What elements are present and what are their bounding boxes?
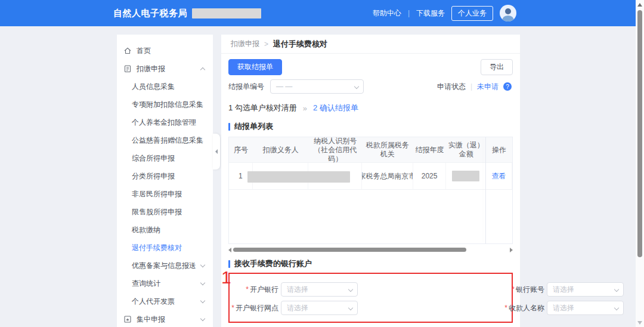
top-nav: 帮助中心 | 下载服务 个人业务 — [373, 0, 516, 26]
breadcrumb: 扣缴申报 > 退付手续费核对 — [221, 35, 520, 54]
bank-name-select[interactable]: 请选择 — [281, 282, 358, 297]
step-separator: » — [303, 104, 307, 113]
sidebar-collapse-handle[interactable] — [213, 134, 220, 169]
chevron-down-icon — [614, 287, 619, 292]
chevron-down-icon — [348, 306, 353, 310]
sidebar-item-nonresident-income[interactable]: 非居民所得申报 — [117, 185, 213, 203]
step-1: 1 勾选单户核对清册 — [228, 103, 297, 113]
nav-divider: | — [408, 9, 410, 17]
redacted-amount — [452, 171, 479, 181]
chevron-down-icon — [354, 84, 359, 89]
chevron-down-icon — [200, 298, 205, 303]
sidebar-item-invoice-issuing[interactable]: 个人代开发票 — [117, 292, 213, 310]
home-icon — [123, 47, 132, 55]
apply-status-label: 申请状态 — [437, 82, 466, 92]
screen: 自然人电子税务局 帮助中心 | 下载服务 个人业务 首页 — [0, 0, 644, 327]
toolbar: 获取结报单 导出 — [228, 59, 513, 75]
statement-no-label: 结报单编号 — [228, 82, 264, 92]
annotation-box-1: 1 *开户银行 请选择 *银行账号 请选择 *开户银行网点 请选择 *收款人名称 — [228, 273, 513, 323]
brand: 自然人电子税务局 — [113, 0, 261, 26]
col-seq: 序号 — [229, 137, 253, 162]
chevron-down-icon — [614, 306, 619, 310]
bank-name-label: *开户银行 — [230, 285, 278, 295]
help-center-link[interactable]: 帮助中心 — [373, 8, 401, 18]
fixed-column-divider — [485, 137, 486, 243]
help-question-icon[interactable]: ? — [503, 82, 512, 91]
col-year: 结报年度 — [413, 137, 447, 162]
breadcrumb-parent[interactable]: 扣缴申报 — [231, 39, 259, 49]
fetch-statement-button[interactable]: 获取结报单 — [228, 59, 282, 75]
sidebar-item-restricted-stock[interactable]: 限售股所得申报 — [117, 203, 213, 221]
chevron-down-icon — [200, 280, 205, 285]
sidebar-item-classified-income[interactable]: 分类所得申报 — [117, 167, 213, 185]
col-withholding-agent: 扣缴义务人 — [253, 137, 309, 162]
batch-icon — [123, 315, 132, 323]
bank-account-select[interactable]: 请选择 — [547, 282, 624, 297]
step-2[interactable]: 2 确认结报单 — [313, 103, 358, 113]
redacted-account-name — [192, 8, 261, 18]
col-tax-authority: 税款所属税务机关 — [362, 137, 413, 162]
bank-branch-select[interactable]: 请选择 — [281, 301, 358, 315]
apply-status-value: 未申请 — [477, 82, 499, 92]
breadcrumb-separator: > — [264, 40, 268, 48]
scroll-down-arrow-icon[interactable] — [637, 321, 642, 325]
statement-no-select[interactable]: — — — [270, 79, 364, 94]
bank-fields-row-2: *开户银行网点 请选择 *收款人名称 请选择 — [230, 301, 512, 315]
scroll-left-arrow-icon[interactable] — [228, 248, 231, 252]
sidebar-item-pension-deduction[interactable]: 个人养老金扣除管理 — [117, 113, 213, 131]
sidebar-item-tax-payment[interactable]: 税款缴纳 — [117, 221, 213, 239]
horizontal-scroll-thumb[interactable] — [233, 248, 466, 252]
sidebar-item-query-statistics[interactable]: 查询统计 — [117, 274, 213, 292]
annotation-marker-1: 1 — [221, 269, 231, 286]
table-header-row: 序号 扣缴义务人 纳税人识别号（社会信用代码） 税款所属税务机关 结报年度 实缴… — [229, 137, 512, 162]
table-row: 1 国家税务总局南京市… 2025 查看 — [229, 162, 512, 190]
bank-fields-row-1: *开户银行 请选择 *银行账号 请选择 — [230, 282, 512, 297]
bank-account-section-title: 接收手续费的银行账户 — [228, 258, 520, 269]
status-divider: | — [470, 82, 472, 91]
chevron-down-icon — [200, 263, 205, 267]
col-taxpayer-id: 纳税人识别号（社会信用代码） — [308, 137, 362, 162]
user-avatar[interactable] — [500, 5, 516, 21]
cell-tax-authority: 国家税务总局南京市… — [362, 163, 413, 189]
statement-list-section-title: 结报单列表 — [228, 121, 520, 132]
export-button[interactable]: 导出 — [481, 59, 513, 75]
payee-name-select[interactable]: 请选择 — [547, 301, 624, 315]
sidebar-item-centralized-declare[interactable]: 集中申报 — [117, 310, 213, 327]
chevron-down-icon — [348, 287, 353, 292]
vertical-scroll-thumb[interactable] — [637, 10, 642, 257]
section-bar — [228, 260, 230, 268]
filter-row: 结报单编号 — — 申请状态 | 未申请 ? — [228, 79, 512, 94]
main-content: 扣缴申报 > 退付手续费核对 获取结报单 导出 结报单编号 — — 申请状态 |… — [221, 35, 520, 327]
view-link[interactable]: 查看 — [492, 171, 506, 181]
breadcrumb-current: 退付手续费核对 — [273, 39, 327, 50]
col-action: 操作 — [486, 137, 512, 162]
payee-name-label: *收款人名称 — [489, 303, 544, 313]
download-service-link[interactable]: 下载服务 — [416, 8, 445, 18]
scroll-right-arrow-icon[interactable] — [510, 248, 513, 252]
cell-action: 查看 — [486, 163, 512, 189]
step-indicator: 1 勾选单户核对清册 » 2 确认结报单 — [228, 103, 520, 113]
scroll-up-arrow-icon[interactable] — [637, 3, 642, 7]
col-amount: 实缴（退）金额 — [446, 137, 486, 162]
personal-business-button[interactable]: 个人业务 — [451, 6, 493, 21]
sidebar-item-comprehensive-income[interactable]: 综合所得申报 — [117, 149, 213, 167]
sidebar-item-home[interactable]: 首页 — [117, 42, 213, 60]
sidebar-item-preferential-filing[interactable]: 优惠备案与信息报送 — [117, 257, 213, 274]
redacted-withholding-agent — [247, 171, 350, 183]
sidebar-item-refund-fee-check[interactable]: 退付手续费核对 — [117, 239, 213, 257]
chevron-up-icon — [200, 67, 205, 72]
bank-account-label: *银行账号 — [489, 285, 544, 295]
sidebar-item-special-deduction[interactable]: 专项附加扣除信息采集 — [117, 95, 213, 113]
form-icon — [123, 64, 132, 73]
sidebar: 首页 扣缴申报 人员信息采集 专项附加扣除信息采集 个人养老金扣除管理 公益慈善… — [117, 35, 213, 327]
chevron-down-icon — [200, 316, 205, 321]
sidebar-item-charity-donation[interactable]: 公益慈善捐赠信息采集 — [117, 131, 213, 149]
person-icon — [500, 5, 516, 21]
sidebar-item-personnel-info[interactable]: 人员信息采集 — [117, 78, 213, 95]
sidebar-item-withholding-declare[interactable]: 扣缴申报 — [117, 60, 213, 78]
app-title: 自然人电子税务局 — [113, 8, 187, 19]
page-scrollbar[interactable] — [636, 0, 644, 327]
horizontal-scrollbar[interactable] — [228, 247, 513, 252]
cell-amount — [446, 163, 486, 189]
top-header-bar: 自然人电子税务局 帮助中心 | 下载服务 个人业务 — [0, 0, 636, 26]
